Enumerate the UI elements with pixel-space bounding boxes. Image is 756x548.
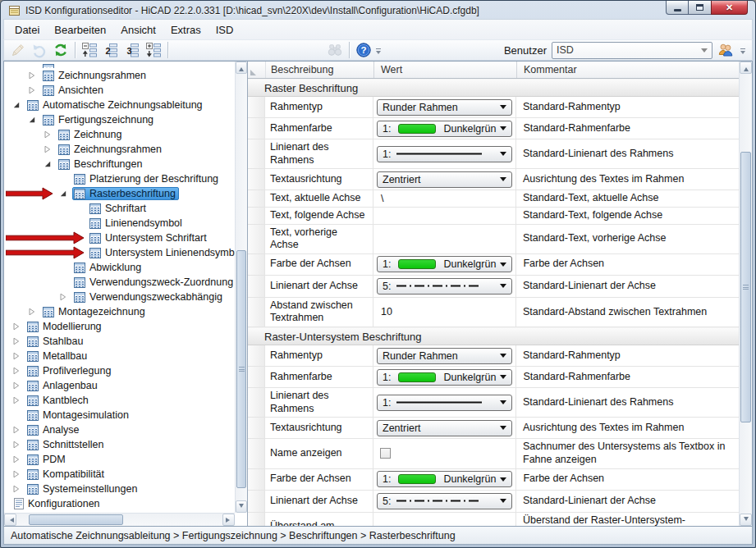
tree-item-pdm[interactable]: PDM	[4, 452, 235, 467]
tree-expand-arrow-icon[interactable]	[44, 130, 57, 139]
linestyle-dropdown[interactable]: 1:	[377, 395, 512, 411]
grid-corner[interactable]	[248, 62, 265, 78]
tree-expand-arrow-icon[interactable]	[12, 337, 25, 345]
value-text[interactable]: \	[377, 193, 383, 204]
tree-item-zeichnung[interactable]: Zeichnung	[4, 127, 235, 142]
linestyle-dropdown[interactable]: 1:	[377, 146, 512, 162]
tree-node[interactable]: Konfigurationen	[12, 497, 103, 510]
tree-node[interactable]: Untersystem Linienendsymbol	[88, 246, 235, 259]
tree-item-platzierung-der-beschriftung[interactable]: Platzierung der Beschriftung	[4, 171, 235, 186]
tree-item-anlagenbau[interactable]: Anlagenbau	[4, 378, 235, 393]
tree-expand-arrow-icon[interactable]	[44, 145, 57, 153]
tree-node[interactable]: Stahlbau	[25, 335, 86, 348]
tree-expand-arrow-icon[interactable]	[28, 86, 41, 94]
tree-node[interactable]: Fertigungszeichnung	[41, 113, 157, 126]
tree-node[interactable]: Zeichnung	[57, 128, 125, 141]
toolbar-overflow-icon[interactable]	[739, 41, 747, 59]
users-icon[interactable]	[717, 42, 734, 58]
tree-node[interactable]: Schnittstellen	[25, 438, 107, 451]
menu-bearbeiten[interactable]: Bearbeiten	[47, 21, 113, 39]
color-dropdown[interactable]: 1:Dunkelgrün	[377, 256, 512, 272]
tree-node[interactable]: Beschriftungen	[57, 158, 145, 171]
tree-expand-arrow-icon[interactable]	[12, 455, 25, 464]
tree-item-fertigungszeichnung[interactable]: Fertigungszeichnung	[4, 112, 235, 127]
menu-isd[interactable]: ISD	[208, 21, 241, 39]
tree-expand-arrow-icon[interactable]	[59, 293, 72, 301]
tree-node[interactable]: Systemeinstellungen	[25, 482, 140, 495]
tree-node[interactable]: Untersystem Schriftart	[88, 231, 210, 244]
tree-expand-arrow-icon[interactable]	[28, 308, 41, 316]
tree-item-stahlbau[interactable]: Stahlbau	[4, 334, 235, 349]
tree-node[interactable]: Linienendsymbol	[88, 217, 186, 230]
grid-vertical-scrollbar[interactable]	[739, 62, 752, 526]
tree-item-zeichnungsrahmen[interactable]: Zeichnungsrahmen	[4, 142, 235, 157]
tree-collapse-arrow-icon[interactable]	[59, 190, 72, 198]
tree-node[interactable]	[41, 62, 57, 68]
scroll-down-icon[interactable]	[740, 514, 752, 526]
expand-level-3-button[interactable]: 3	[121, 40, 143, 60]
value-text[interactable]: 10	[377, 306, 392, 317]
tree-node[interactable]: Automatische Zeichnungsableitung	[25, 98, 206, 112]
menu-datei[interactable]: Datei	[7, 21, 47, 39]
tree-item-rasterbeschriftung[interactable]: Rasterbeschriftung	[4, 186, 235, 201]
color-dropdown[interactable]: 1:Dunkelgrün	[377, 121, 512, 137]
tree-vertical-scrollbar[interactable]	[235, 62, 247, 513]
tree-item-ansichten[interactable]: Ansichten	[4, 83, 235, 98]
tree-item-untersystem-linienendsymbol[interactable]: Untersystem Linienendsymbol	[4, 245, 235, 260]
tree-item-beschriftungen[interactable]: Beschriftungen	[4, 157, 235, 171]
tree-expand-arrow-icon[interactable]	[12, 352, 25, 360]
toolbar-overflow-icon[interactable]	[374, 41, 383, 59]
color-dropdown[interactable]: 1:Dunkelgrün	[377, 471, 512, 487]
tree-item[interactable]	[4, 62, 235, 68]
tree-node[interactable]: Kantblech	[25, 394, 92, 407]
tree-node[interactable]: Verwendungszweck-Zuordnung	[72, 276, 235, 289]
tree-expand-arrow-icon[interactable]	[12, 470, 25, 478]
scroll-up-icon[interactable]	[740, 62, 752, 74]
help-button[interactable]: ?	[353, 40, 374, 60]
tree-item-verwendungszweck-zuordnung[interactable]: Verwendungszweck-Zuordnung	[4, 275, 235, 290]
section-header[interactable]: Raster-Untersystem Beschriftung	[248, 327, 739, 345]
tree-node-selected[interactable]: Rasterbeschriftung	[72, 187, 179, 200]
tree-expand-arrow-icon[interactable]	[12, 441, 25, 449]
tree-item-kantblech[interactable]: Kantblech	[4, 393, 235, 408]
refresh-button[interactable]	[50, 40, 71, 60]
scroll-down-icon[interactable]	[236, 500, 247, 513]
tree-expand-arrow-icon[interactable]	[12, 367, 25, 375]
linestyle-dropdown[interactable]: 5:	[377, 278, 512, 295]
expand-level-2-button[interactable]: 2	[100, 40, 121, 60]
tree-collapse-arrow-icon[interactable]	[28, 116, 41, 124]
menu-ansicht[interactable]: Ansicht	[113, 21, 163, 39]
tree-node[interactable]: Analyse	[25, 423, 82, 436]
tree-node[interactable]: Abwicklung	[72, 261, 144, 274]
collapse-tree-button[interactable]	[79, 40, 100, 60]
tree-expand-arrow-icon[interactable]	[12, 485, 25, 493]
tree-node[interactable]: Anlagenbau	[25, 379, 101, 392]
column-header-beschreibung[interactable]: Beschreibung	[265, 62, 373, 78]
tree-item-montagezeichnung[interactable]: Montagezeichnung	[4, 304, 235, 319]
user-combobox[interactable]: ISD	[552, 42, 712, 59]
tree-item-zeichnungsrahmen[interactable]: Zeichnungsrahmen	[4, 68, 235, 83]
dropdown[interactable]: Runder Rahmen	[377, 99, 512, 116]
tree-collapse-arrow-icon[interactable]	[12, 101, 25, 109]
tree-item-automatische-zeichnungsableitung[interactable]: Automatische Zeichnungsableitung	[4, 98, 235, 112]
tree-item-verwendungszweckabh-ngig[interactable]: Verwendungszweckabhängig	[4, 290, 235, 304]
tree-node[interactable]: PDM	[25, 453, 69, 466]
tree-node[interactable]: Zeichnungsrahmen	[41, 69, 149, 82]
expand-tree-button[interactable]	[143, 40, 164, 60]
tree-hscroll-thumb[interactable]	[29, 514, 123, 525]
tree-item-metallbau[interactable]: Metallbau	[4, 349, 235, 363]
tree-node[interactable]: Zeichnungsrahmen	[57, 143, 165, 156]
tree-node[interactable]: Metallbau	[25, 349, 90, 363]
tree-item-linienendsymbol[interactable]: Linienendsymbol	[4, 216, 235, 231]
dropdown[interactable]: Zentriert	[377, 420, 512, 436]
tree-node[interactable]: Schriftart	[88, 202, 149, 215]
tree-node[interactable]: Platzierung der Beschriftung	[72, 172, 222, 185]
tree-item-systemeinstellungen[interactable]: Systemeinstellungen	[4, 482, 235, 496]
close-button[interactable]: ✕	[711, 1, 748, 15]
scroll-left-icon[interactable]	[4, 514, 16, 526]
maximize-button[interactable]	[689, 1, 711, 15]
tree-item-montagesimulation[interactable]: Montagesimulation	[4, 408, 235, 422]
tree-item-modellierung[interactable]: Modellierung	[4, 319, 235, 334]
color-dropdown[interactable]: 1:Dunkelgrün	[377, 369, 512, 386]
tree-item-kompatibilit-t[interactable]: Kompatibilität	[4, 467, 235, 482]
